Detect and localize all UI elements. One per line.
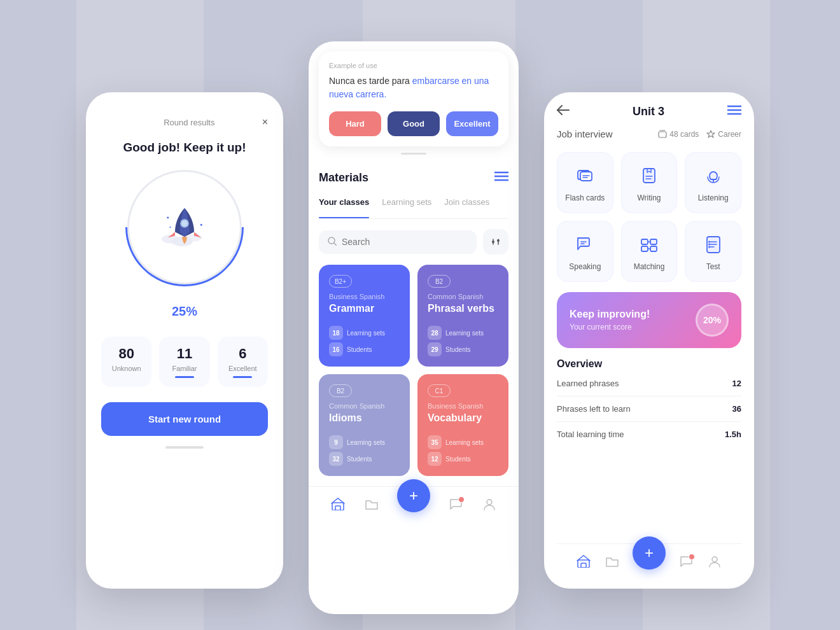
excellent-button[interactable]: Excellent xyxy=(446,111,498,136)
start-new-round-button[interactable]: Start new round xyxy=(101,402,268,436)
fab-add-button[interactable]: + xyxy=(397,479,430,512)
stats-row: 80 Unknown 11 Familiar 6 Excellent xyxy=(101,337,268,387)
course-cards-grid: B2+ Business Spanish Grammar 18Learning … xyxy=(319,265,508,476)
familiar-bar xyxy=(175,376,194,378)
speaking-label: Speaking xyxy=(569,262,601,271)
category-item: Career xyxy=(706,130,741,139)
scroll-indicator xyxy=(401,153,426,155)
card-category-1: Common Spanish xyxy=(428,293,498,300)
round-results-title: Round results xyxy=(116,118,262,127)
example-text: Nunca es tarde para embarcarse en una nu… xyxy=(329,74,498,101)
svg-rect-37 xyxy=(650,239,657,244)
level-badge-3: C1 xyxy=(428,384,451,397)
course-card-1[interactable]: B2 Common Spanish Phrasal verbs 28Learni… xyxy=(417,265,508,367)
good-button[interactable]: Good xyxy=(388,111,440,136)
course-card-0[interactable]: B2+ Business Spanish Grammar 18Learning … xyxy=(319,265,410,367)
course-card-3[interactable]: C1 Business Spanish Vocabulary 35Learnin… xyxy=(417,374,508,476)
fab3-add-button[interactable]: + xyxy=(633,536,666,570)
search-input[interactable] xyxy=(342,237,468,247)
excellent-label: Excellent xyxy=(224,365,262,372)
card-stats-2: 9Learning sets 32Students xyxy=(329,435,400,466)
phone3-bottom-nav: + xyxy=(557,543,741,578)
unit-subtitle: Job interview xyxy=(557,129,613,139)
activity-matching[interactable]: Matching xyxy=(621,221,678,282)
svg-point-46 xyxy=(708,241,710,243)
overview-item-2: Total learning time 1.5h xyxy=(557,430,741,447)
flashcard-top: Example of use Nunca es tarde para embar… xyxy=(319,52,508,146)
activity-writing[interactable]: Writing xyxy=(621,152,678,213)
tab-learning-sets[interactable]: Learning sets xyxy=(382,197,431,212)
matching-icon xyxy=(636,232,662,257)
stat-excellent: 6 Excellent xyxy=(218,337,268,387)
keep-improving-text: Keep improving! xyxy=(570,309,696,320)
svg-point-47 xyxy=(708,244,710,246)
unit-meta: 48 cards Career xyxy=(658,130,741,139)
excellent-bar xyxy=(233,376,252,378)
nav-chat-icon[interactable] xyxy=(448,496,463,512)
svg-rect-49 xyxy=(578,560,589,568)
nav3-profile-icon[interactable] xyxy=(707,554,722,569)
nav3-home-icon[interactable] xyxy=(576,554,591,569)
activity-listening[interactable]: Listening xyxy=(685,152,741,213)
card-name-1: Phrasal verbs xyxy=(428,303,498,318)
level-badge-1: B2 xyxy=(428,275,451,288)
difficulty-row: Hard Good Excellent xyxy=(329,111,498,136)
unit-subtitle-row: Job interview 48 cards Career xyxy=(557,129,741,139)
tab-join-classes[interactable]: Join classes xyxy=(444,197,489,212)
excellent-value: 6 xyxy=(224,346,262,362)
close-button[interactable]: × xyxy=(262,116,268,128)
menu-button[interactable] xyxy=(727,105,741,118)
matching-label: Matching xyxy=(634,262,665,271)
congrats-text: Good job! Keep it up! xyxy=(123,141,246,155)
tab-your-classes[interactable]: Your classes xyxy=(319,197,369,212)
svg-point-19 xyxy=(487,500,492,505)
phones-container: Round results × Good job! Keep it up! xyxy=(86,16,754,614)
card-name-2: Idioms xyxy=(329,412,400,428)
unit-title: Unit 3 xyxy=(633,105,664,118)
hamburger-icon[interactable] xyxy=(494,171,508,185)
nav3-chat-icon[interactable] xyxy=(678,554,694,569)
svg-rect-39 xyxy=(650,246,657,251)
back-button[interactable] xyxy=(557,105,570,118)
flashcards-label: Flash cards xyxy=(565,193,605,202)
svg-point-51 xyxy=(712,557,717,562)
nav-folder-icon[interactable] xyxy=(364,496,379,512)
test-icon xyxy=(701,232,726,257)
phone-round-results: Round results × Good job! Keep it up! xyxy=(86,92,283,589)
svg-rect-38 xyxy=(641,246,648,251)
stat-familiar: 11 Familiar xyxy=(159,337,209,387)
phone1-screen: Round results × Good job! Keep it up! xyxy=(86,106,283,589)
familiar-label: Familiar xyxy=(165,365,203,372)
svg-point-16 xyxy=(497,239,500,242)
nav-home-icon[interactable] xyxy=(330,496,346,512)
svg-point-2 xyxy=(186,234,202,242)
card-category-0: Business Spanish xyxy=(329,293,400,300)
unit-header: Unit 3 xyxy=(557,105,741,118)
home-indicator xyxy=(165,446,204,449)
card-category-2: Common Spanish xyxy=(329,402,400,410)
unknown-value: 80 xyxy=(108,346,145,362)
activity-test[interactable]: Test xyxy=(685,221,741,282)
category-icon xyxy=(706,130,715,139)
cards-icon xyxy=(658,130,667,139)
category-label: Career xyxy=(718,130,741,139)
course-card-2[interactable]: B2 Common Spanish Idioms 9Learning sets … xyxy=(319,374,410,476)
filter-button[interactable] xyxy=(483,229,508,255)
activity-grid: Flash cards Writing xyxy=(557,152,741,282)
phone-notch xyxy=(153,92,216,106)
nav3-folder-icon[interactable] xyxy=(605,554,620,569)
stat-unknown: 80 Unknown xyxy=(101,337,151,387)
nav-profile-icon[interactable] xyxy=(482,496,497,512)
activity-speaking[interactable]: Speaking xyxy=(557,221,613,282)
score-circle: 20% xyxy=(696,304,729,337)
card-name-0: Grammar xyxy=(329,303,400,318)
hard-button[interactable]: Hard xyxy=(329,111,381,136)
activity-flashcards[interactable]: Flash cards xyxy=(557,152,613,213)
materials-title: Materials xyxy=(319,171,368,185)
svg-rect-36 xyxy=(641,239,648,244)
svg-point-0 xyxy=(162,235,179,244)
listening-icon xyxy=(701,163,726,188)
svg-line-12 xyxy=(334,243,337,246)
svg-point-3 xyxy=(180,219,189,228)
phone1-header: Round results × xyxy=(101,116,268,128)
